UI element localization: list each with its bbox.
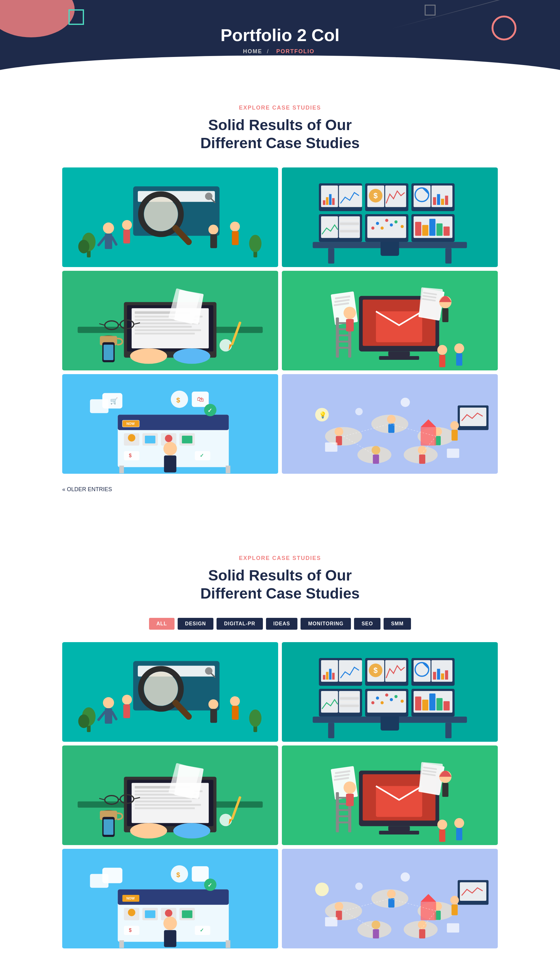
- svg-point-151: [163, 442, 177, 456]
- svg-point-321: [454, 818, 464, 828]
- portfolio-item-3[interactable]: [62, 271, 278, 371]
- svg-point-84: [130, 348, 167, 364]
- svg-rect-275: [135, 804, 201, 806]
- portfolio-item-2[interactable]: $: [282, 167, 498, 267]
- svg-point-60: [380, 227, 383, 230]
- svg-rect-50: [321, 216, 338, 238]
- svg-point-363: [372, 921, 380, 930]
- portfolio-item-4[interactable]: [282, 271, 498, 371]
- svg-rect-153: [119, 466, 124, 474]
- svg-point-12: [122, 220, 132, 230]
- svg-point-209: [230, 696, 240, 706]
- svg-rect-335: [182, 910, 193, 918]
- svg-point-179: [450, 421, 459, 430]
- svg-point-254: [385, 693, 388, 697]
- section-portfolio-1: EXPLORE CASE STUDIES Solid Results of Ou…: [0, 80, 560, 530]
- svg-point-375: [355, 883, 363, 890]
- svg-point-14: [208, 225, 218, 235]
- svg-line-285: [118, 799, 120, 800]
- portfolio-item-1[interactable]: [62, 167, 278, 267]
- older-entries-link[interactable]: OLDER ENTRIES: [62, 486, 112, 493]
- svg-point-374: [401, 873, 410, 882]
- svg-point-251: [372, 701, 375, 704]
- svg-rect-248: [340, 705, 359, 707]
- svg-rect-318: [442, 783, 448, 797]
- svg-rect-276: [135, 808, 195, 809]
- svg-rect-342: [164, 930, 177, 948]
- svg-rect-314: [336, 822, 352, 824]
- svg-point-122: [343, 307, 356, 319]
- svg-rect-312: [336, 809, 352, 811]
- svg-rect-35: [339, 185, 362, 207]
- svg-rect-81: [135, 326, 192, 328]
- svg-rect-188: [447, 449, 459, 458]
- svg-rect-123: [346, 319, 354, 332]
- portfolio-item-2-4[interactable]: [282, 746, 498, 845]
- filter-digital-pr[interactable]: DIGITAL-PR: [217, 618, 263, 630]
- portfolio-item-2-2[interactable]: $: [282, 642, 498, 742]
- svg-rect-26: [445, 248, 452, 264]
- svg-rect-121: [336, 347, 352, 349]
- page-title: Portfolio 2 Col: [0, 25, 560, 45]
- svg-point-252: [376, 697, 379, 700]
- portfolio-item-5[interactable]: NOW 🛒 $ 🛍: [62, 374, 278, 474]
- svg-rect-143: [182, 436, 193, 444]
- svg-rect-46: [437, 194, 440, 205]
- svg-point-137: [128, 434, 135, 442]
- svg-point-255: [390, 698, 393, 701]
- filter-design[interactable]: DESIGN: [178, 618, 213, 630]
- svg-rect-263: [437, 698, 443, 711]
- svg-rect-206: [123, 704, 130, 718]
- breadcrumb-home[interactable]: HOME: [243, 48, 262, 55]
- teal-square-decoration: [68, 9, 84, 25]
- svg-point-185: [401, 398, 410, 407]
- section-2-label: EXPLORE CASE STUDIES: [62, 555, 498, 561]
- section-1-label: EXPLORE CASE STUDIES: [62, 105, 498, 111]
- portfolio-item-6[interactable]: 💡: [282, 374, 498, 474]
- svg-rect-55: [340, 230, 359, 232]
- svg-rect-31: [323, 200, 325, 205]
- svg-rect-364: [373, 930, 379, 939]
- svg-point-62: [390, 224, 393, 227]
- portfolio-item-2-3[interactable]: [62, 746, 278, 845]
- svg-rect-34: [332, 198, 335, 205]
- gray-square-decoration: [425, 5, 435, 15]
- filter-monitoring[interactable]: MONITORING: [300, 618, 351, 630]
- svg-rect-157: [124, 451, 139, 461]
- svg-rect-47: [441, 199, 444, 205]
- svg-text:✓: ✓: [200, 453, 204, 458]
- filter-seo[interactable]: SEO: [354, 618, 380, 630]
- svg-rect-83: [135, 333, 195, 335]
- portfolio-item-2-5[interactable]: NOW $ ✓ $: [62, 849, 278, 948]
- svg-point-357: [335, 902, 343, 911]
- svg-rect-40: [385, 185, 406, 207]
- filter-smm[interactable]: SMM: [383, 618, 411, 630]
- svg-rect-9: [105, 234, 112, 249]
- svg-rect-139: [145, 436, 155, 444]
- section-1-title: Solid Results of Our Different Case Stud…: [62, 116, 498, 152]
- svg-point-186: [355, 408, 363, 416]
- svg-rect-347: [124, 926, 139, 935]
- svg-rect-33: [329, 194, 332, 205]
- svg-point-207: [208, 699, 218, 709]
- svg-rect-376: [325, 917, 338, 926]
- svg-text:💡: 💡: [319, 411, 327, 419]
- svg-rect-331: [145, 910, 155, 918]
- portfolio-item-2-1[interactable]: [62, 642, 278, 742]
- svg-rect-261: [422, 700, 428, 711]
- svg-rect-320: [439, 829, 445, 842]
- svg-rect-174: [373, 454, 379, 464]
- svg-rect-296: [388, 826, 410, 831]
- section-portfolio-2: EXPLORE CASE STUDIES Solid Results of Ou…: [0, 530, 560, 973]
- svg-rect-70: [437, 224, 443, 236]
- svg-point-64: [401, 225, 404, 228]
- page-header: Portfolio 2 Col HOME / PORTFOLIO: [0, 0, 560, 80]
- svg-rect-226: [329, 669, 332, 680]
- filter-ideas[interactable]: IDEAS: [266, 618, 298, 630]
- filter-all[interactable]: ALL: [149, 618, 175, 630]
- portfolio-item-2-6[interactable]: [282, 849, 498, 948]
- svg-line-92: [118, 324, 120, 325]
- svg-rect-262: [429, 693, 435, 711]
- svg-text:$: $: [129, 928, 132, 933]
- svg-point-6: [144, 197, 178, 231]
